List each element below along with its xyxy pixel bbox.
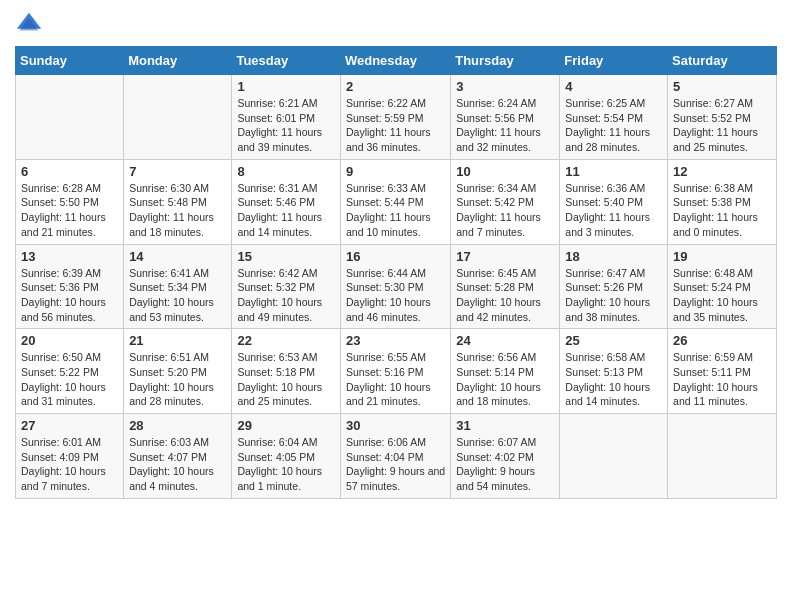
day-number: 1 [237, 79, 335, 94]
week-row-2: 6Sunrise: 6:28 AM Sunset: 5:50 PM Daylig… [16, 159, 777, 244]
day-number: 8 [237, 164, 335, 179]
day-info: Sunrise: 6:51 AM Sunset: 5:20 PM Dayligh… [129, 350, 226, 409]
header-row: SundayMondayTuesdayWednesdayThursdayFrid… [16, 47, 777, 75]
day-cell: 21Sunrise: 6:51 AM Sunset: 5:20 PM Dayli… [124, 329, 232, 414]
logo [15, 10, 47, 38]
day-info: Sunrise: 6:38 AM Sunset: 5:38 PM Dayligh… [673, 181, 771, 240]
week-row-1: 1Sunrise: 6:21 AM Sunset: 6:01 PM Daylig… [16, 75, 777, 160]
day-cell: 4Sunrise: 6:25 AM Sunset: 5:54 PM Daylig… [560, 75, 668, 160]
day-cell [668, 414, 777, 499]
day-cell: 20Sunrise: 6:50 AM Sunset: 5:22 PM Dayli… [16, 329, 124, 414]
day-cell: 29Sunrise: 6:04 AM Sunset: 4:05 PM Dayli… [232, 414, 341, 499]
day-info: Sunrise: 6:34 AM Sunset: 5:42 PM Dayligh… [456, 181, 554, 240]
day-cell: 6Sunrise: 6:28 AM Sunset: 5:50 PM Daylig… [16, 159, 124, 244]
day-number: 23 [346, 333, 445, 348]
day-cell: 16Sunrise: 6:44 AM Sunset: 5:30 PM Dayli… [340, 244, 450, 329]
day-number: 18 [565, 249, 662, 264]
day-info: Sunrise: 6:30 AM Sunset: 5:48 PM Dayligh… [129, 181, 226, 240]
day-number: 7 [129, 164, 226, 179]
day-info: Sunrise: 6:39 AM Sunset: 5:36 PM Dayligh… [21, 266, 118, 325]
day-info: Sunrise: 6:03 AM Sunset: 4:07 PM Dayligh… [129, 435, 226, 494]
day-cell: 9Sunrise: 6:33 AM Sunset: 5:44 PM Daylig… [340, 159, 450, 244]
day-cell [16, 75, 124, 160]
week-row-5: 27Sunrise: 6:01 AM Sunset: 4:09 PM Dayli… [16, 414, 777, 499]
col-header-monday: Monday [124, 47, 232, 75]
day-cell: 5Sunrise: 6:27 AM Sunset: 5:52 PM Daylig… [668, 75, 777, 160]
day-cell: 15Sunrise: 6:42 AM Sunset: 5:32 PM Dayli… [232, 244, 341, 329]
day-info: Sunrise: 6:25 AM Sunset: 5:54 PM Dayligh… [565, 96, 662, 155]
day-number: 26 [673, 333, 771, 348]
logo-icon [15, 10, 43, 38]
day-cell: 10Sunrise: 6:34 AM Sunset: 5:42 PM Dayli… [451, 159, 560, 244]
day-cell: 26Sunrise: 6:59 AM Sunset: 5:11 PM Dayli… [668, 329, 777, 414]
calendar-page: SundayMondayTuesdayWednesdayThursdayFrid… [0, 0, 792, 612]
day-cell: 22Sunrise: 6:53 AM Sunset: 5:18 PM Dayli… [232, 329, 341, 414]
day-cell: 28Sunrise: 6:03 AM Sunset: 4:07 PM Dayli… [124, 414, 232, 499]
day-info: Sunrise: 6:21 AM Sunset: 6:01 PM Dayligh… [237, 96, 335, 155]
day-cell: 17Sunrise: 6:45 AM Sunset: 5:28 PM Dayli… [451, 244, 560, 329]
day-cell: 8Sunrise: 6:31 AM Sunset: 5:46 PM Daylig… [232, 159, 341, 244]
day-number: 30 [346, 418, 445, 433]
day-cell: 1Sunrise: 6:21 AM Sunset: 6:01 PM Daylig… [232, 75, 341, 160]
day-cell: 12Sunrise: 6:38 AM Sunset: 5:38 PM Dayli… [668, 159, 777, 244]
day-number: 28 [129, 418, 226, 433]
day-info: Sunrise: 6:42 AM Sunset: 5:32 PM Dayligh… [237, 266, 335, 325]
day-number: 16 [346, 249, 445, 264]
day-number: 31 [456, 418, 554, 433]
day-cell: 27Sunrise: 6:01 AM Sunset: 4:09 PM Dayli… [16, 414, 124, 499]
day-info: Sunrise: 6:07 AM Sunset: 4:02 PM Dayligh… [456, 435, 554, 494]
day-cell [124, 75, 232, 160]
day-info: Sunrise: 6:31 AM Sunset: 5:46 PM Dayligh… [237, 181, 335, 240]
day-cell: 30Sunrise: 6:06 AM Sunset: 4:04 PM Dayli… [340, 414, 450, 499]
day-number: 11 [565, 164, 662, 179]
day-number: 29 [237, 418, 335, 433]
col-header-friday: Friday [560, 47, 668, 75]
day-info: Sunrise: 6:44 AM Sunset: 5:30 PM Dayligh… [346, 266, 445, 325]
day-cell: 19Sunrise: 6:48 AM Sunset: 5:24 PM Dayli… [668, 244, 777, 329]
day-info: Sunrise: 6:36 AM Sunset: 5:40 PM Dayligh… [565, 181, 662, 240]
day-number: 17 [456, 249, 554, 264]
day-info: Sunrise: 6:50 AM Sunset: 5:22 PM Dayligh… [21, 350, 118, 409]
day-number: 12 [673, 164, 771, 179]
day-cell [560, 414, 668, 499]
day-info: Sunrise: 6:45 AM Sunset: 5:28 PM Dayligh… [456, 266, 554, 325]
day-number: 9 [346, 164, 445, 179]
day-info: Sunrise: 6:53 AM Sunset: 5:18 PM Dayligh… [237, 350, 335, 409]
day-info: Sunrise: 6:41 AM Sunset: 5:34 PM Dayligh… [129, 266, 226, 325]
day-cell: 13Sunrise: 6:39 AM Sunset: 5:36 PM Dayli… [16, 244, 124, 329]
day-info: Sunrise: 6:47 AM Sunset: 5:26 PM Dayligh… [565, 266, 662, 325]
week-row-3: 13Sunrise: 6:39 AM Sunset: 5:36 PM Dayli… [16, 244, 777, 329]
col-header-thursday: Thursday [451, 47, 560, 75]
day-number: 13 [21, 249, 118, 264]
day-info: Sunrise: 6:56 AM Sunset: 5:14 PM Dayligh… [456, 350, 554, 409]
day-cell: 14Sunrise: 6:41 AM Sunset: 5:34 PM Dayli… [124, 244, 232, 329]
day-cell: 18Sunrise: 6:47 AM Sunset: 5:26 PM Dayli… [560, 244, 668, 329]
day-number: 27 [21, 418, 118, 433]
day-number: 24 [456, 333, 554, 348]
day-cell: 3Sunrise: 6:24 AM Sunset: 5:56 PM Daylig… [451, 75, 560, 160]
day-number: 2 [346, 79, 445, 94]
day-info: Sunrise: 6:33 AM Sunset: 5:44 PM Dayligh… [346, 181, 445, 240]
day-number: 6 [21, 164, 118, 179]
header [15, 10, 777, 38]
day-number: 4 [565, 79, 662, 94]
day-info: Sunrise: 6:28 AM Sunset: 5:50 PM Dayligh… [21, 181, 118, 240]
day-cell: 11Sunrise: 6:36 AM Sunset: 5:40 PM Dayli… [560, 159, 668, 244]
day-number: 3 [456, 79, 554, 94]
day-number: 19 [673, 249, 771, 264]
day-info: Sunrise: 6:48 AM Sunset: 5:24 PM Dayligh… [673, 266, 771, 325]
col-header-saturday: Saturday [668, 47, 777, 75]
day-info: Sunrise: 6:27 AM Sunset: 5:52 PM Dayligh… [673, 96, 771, 155]
day-number: 21 [129, 333, 226, 348]
day-number: 20 [21, 333, 118, 348]
day-cell: 24Sunrise: 6:56 AM Sunset: 5:14 PM Dayli… [451, 329, 560, 414]
day-info: Sunrise: 6:06 AM Sunset: 4:04 PM Dayligh… [346, 435, 445, 494]
day-number: 22 [237, 333, 335, 348]
day-number: 25 [565, 333, 662, 348]
col-header-wednesday: Wednesday [340, 47, 450, 75]
col-header-tuesday: Tuesday [232, 47, 341, 75]
day-info: Sunrise: 6:24 AM Sunset: 5:56 PM Dayligh… [456, 96, 554, 155]
col-header-sunday: Sunday [16, 47, 124, 75]
calendar-table: SundayMondayTuesdayWednesdayThursdayFrid… [15, 46, 777, 499]
day-info: Sunrise: 6:22 AM Sunset: 5:59 PM Dayligh… [346, 96, 445, 155]
